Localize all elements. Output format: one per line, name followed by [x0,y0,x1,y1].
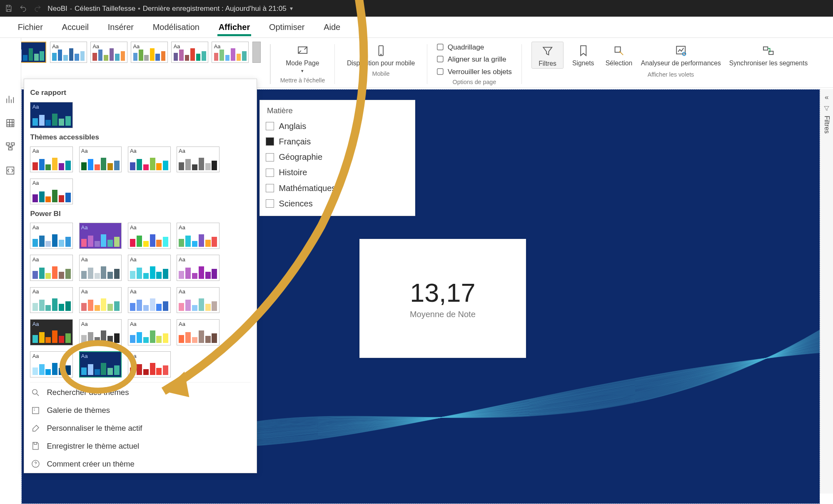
mobile-layout-button[interactable]: Disposition pour mobile [344,42,417,68]
menu-tab-insérer[interactable]: Insérer [107,19,135,35]
chevron-left-icon[interactable]: « [825,93,829,102]
theme-thumb[interactable]: Aa [177,287,219,313]
theme-thumb[interactable]: Aa [128,287,171,313]
slicer-item[interactable]: Mathématiques [266,182,409,194]
theme-thumb[interactable]: Aa [128,351,171,377]
card-visual[interactable]: 13,17 Moyenne de Note [359,239,526,358]
brush-icon [30,423,41,434]
checkbox-icon[interactable] [266,137,274,146]
theme-thumb[interactable]: Aa [177,255,219,281]
theme-thumb[interactable]: Aa [79,255,122,281]
card-value: 13,17 [410,278,475,308]
table-view-icon[interactable] [4,117,17,129]
menu-tab-fichier[interactable]: Fichier [17,19,44,35]
theme-thumb[interactable]: Aa [30,351,73,377]
theme-gallery-more[interactable] [252,42,261,63]
svg-rect-14 [32,407,39,414]
slicer-item-label: Sciences [279,199,313,209]
menu-tab-accueil[interactable]: Accueil [61,19,90,35]
theme-thumb[interactable]: Aa [128,319,171,345]
theme-thumb[interactable]: Aa [128,223,171,249]
lock-checkbox[interactable]: Verrouiller les objets [437,67,512,76]
theme-thumb[interactable]: Aa [30,102,73,128]
card-label: Moyenne de Note [410,310,476,319]
menu-tab-modélisation[interactable]: Modélisation [152,19,201,35]
svg-rect-11 [9,148,12,150]
svg-rect-9 [7,143,10,145]
save-theme-action[interactable]: Enregistrer le thème actuel [30,441,250,452]
titlebar-doc: NeoBI [47,4,67,13]
menu-tab-afficher[interactable]: Afficher [217,19,251,35]
slicer-item[interactable]: Anglais [266,120,409,132]
slicer-item[interactable]: Sciences [266,198,409,210]
save-icon[interactable] [5,4,13,12]
theme-thumb[interactable]: Aa [30,255,73,281]
theme-thumb[interactable]: Aa [30,146,73,173]
page-view-button[interactable]: Mode Page ▾ [284,42,322,75]
menu-tab-optimiser[interactable]: Optimiser [268,19,306,35]
theme-thumb[interactable]: Aa [177,146,219,173]
undo-icon[interactable] [19,4,27,12]
svg-rect-7 [769,51,773,55]
theme-thumb[interactable]: Aa [128,255,171,281]
theme-thumb[interactable]: Aa [79,146,122,173]
theme-thumb[interactable]: Aa [79,223,122,249]
theme-thumb[interactable]: Aa [50,42,87,63]
theme-thumb[interactable]: Aa [30,319,73,345]
theme-thumb[interactable]: Aa [171,42,208,63]
menubar: FichierAccueilInsérerModélisationAffiche… [0,17,833,38]
checkbox-icon[interactable] [266,122,274,130]
checkbox-icon[interactable] [266,184,274,192]
sync-slicers-button[interactable]: Synchroniser les segments [727,42,810,69]
svg-rect-4 [676,46,685,54]
filters-pane-button[interactable]: Filtres [531,42,564,69]
theme-thumb[interactable]: Aa [212,42,249,63]
slicer-item[interactable]: Géographie [266,151,409,163]
theme-gallery-strip[interactable]: AaAaAaAaAaAa [10,42,261,65]
theme-thumb[interactable]: Aa [90,42,127,63]
menu-tab-aide[interactable]: Aide [322,19,342,35]
chevron-down-icon[interactable]: ▾ [290,5,293,12]
theme-thumb[interactable]: Aa [79,287,122,313]
help-theme-action[interactable]: Comment créer un thème [30,459,250,469]
section-accessible: Thèmes accessibles [30,133,250,142]
slicer-item-label: Anglais [279,122,307,131]
theme-thumb[interactable]: Aa [79,351,122,377]
theme-thumb[interactable]: Aa [128,146,171,173]
checkbox-icon[interactable] [266,199,274,208]
checkbox-icon[interactable] [266,153,274,161]
theme-gallery-action[interactable]: Galerie de thèmes [30,405,250,416]
slicer-item[interactable]: Histoire [266,166,409,179]
svg-rect-6 [763,47,768,50]
search-themes-action[interactable]: Rechercher des thèmes [30,387,250,398]
svg-rect-8 [7,119,14,127]
gridlines-checkbox[interactable]: Quadrillage [437,43,512,52]
section-this-report: Ce rapport [30,88,250,97]
section-powerbi: Power BI [30,209,250,218]
theme-thumb[interactable]: Aa [30,223,73,249]
report-view-icon[interactable] [4,93,17,106]
customize-theme-action[interactable]: Personnaliser le thème actif [30,423,250,434]
theme-thumb[interactable]: Aa [131,42,168,63]
selection-pane-button[interactable]: Sélection [603,42,635,69]
theme-thumb[interactable]: Aa [30,287,73,313]
titlebar-author: Célestin Taillefesse [75,4,135,13]
snap-checkbox[interactable]: Aligner sur la grille [437,55,512,64]
slicer-item[interactable]: Français [266,136,409,148]
model-view-icon[interactable] [4,140,17,153]
slicer-visual[interactable]: Matière AnglaisFrançaisGéographieHistoir… [259,100,415,216]
filters-pane-collapsed[interactable]: « Filtres [820,89,833,493]
filters-pane-label: Filtres [823,116,831,134]
perf-analyzer-button[interactable]: Analyseur de performances [638,42,723,69]
theme-thumb[interactable]: Aa [177,319,219,345]
slicer-title: Matière [260,100,415,119]
theme-thumb[interactable]: Aa [79,319,122,345]
theme-dropdown-panel[interactable]: Ce rapport Aa Thèmes accessibles AaAaAaA… [24,79,257,474]
theme-thumb[interactable]: Aa [30,179,73,205]
dax-view-icon[interactable] [4,164,17,177]
bookmarks-pane-button[interactable]: Signets [567,42,599,69]
funnel-icon [823,105,830,112]
redo-icon[interactable] [33,4,42,12]
checkbox-icon[interactable] [266,169,274,177]
theme-thumb[interactable]: Aa [177,223,219,249]
